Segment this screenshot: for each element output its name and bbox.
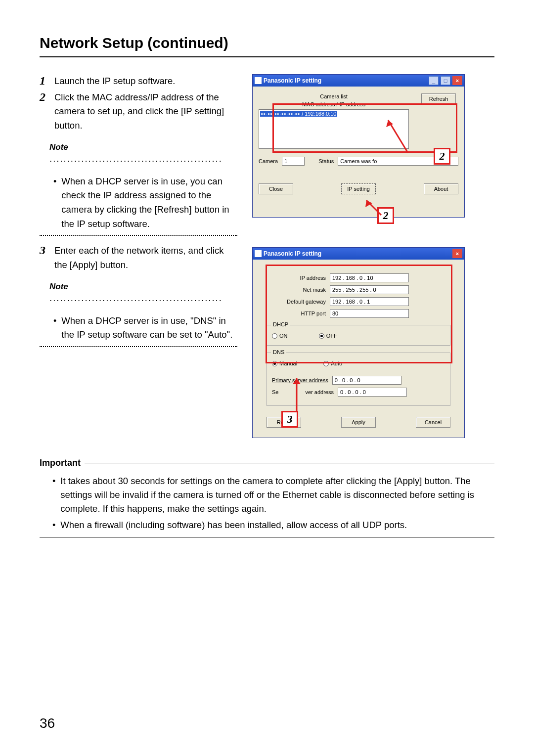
dotted-divider: [40, 235, 237, 236]
secondary-dns-field[interactable]: 0 . 0 . 0 . 0: [338, 388, 407, 397]
dotted-divider: [40, 346, 237, 347]
note-label-2: Note: [49, 282, 68, 291]
dots: ········································…: [49, 293, 222, 308]
camera-listbox[interactable]: ▪▪·▪▪·▪▪·▪▪·▪▪·▪▪ / 192:168:0:10: [259, 109, 409, 149]
step-1-num: 1: [40, 74, 50, 89]
step-2-text: Click the MAC address/IP address of the …: [54, 90, 237, 133]
bullet-icon: [52, 518, 55, 532]
close-button[interactable]: ×: [452, 76, 462, 85]
http-port-field[interactable]: 80: [330, 309, 409, 318]
app-icon: [255, 77, 262, 84]
cancel-button[interactable]: Cancel: [416, 417, 450, 428]
net-mask-field[interactable]: 255 . 255 . 255 . 0: [330, 285, 409, 294]
dns-group: DNS Manual Auto Primary server address 0…: [267, 353, 450, 406]
close-button[interactable]: ×: [452, 249, 462, 258]
apply-button[interactable]: Apply: [341, 417, 376, 428]
primary-dns-label: Primary server address: [272, 377, 328, 383]
bullet-icon: [53, 314, 56, 342]
bullet-icon: [53, 175, 56, 231]
note-1-text: When a DHCP server is in use, you can ch…: [61, 175, 237, 231]
important-2-text: When a firewall (including software) has…: [60, 518, 407, 532]
minimize-button[interactable]: _: [429, 76, 439, 85]
important-label: Important: [40, 458, 81, 468]
dns-auto-radio[interactable]: Auto: [323, 360, 342, 367]
window-ip-setting: Panasonic IP setting × IP address 192 . …: [252, 247, 465, 438]
net-mask-label: Net mask: [267, 287, 326, 293]
about-button[interactable]: About: [424, 183, 458, 194]
callout-3: 3: [281, 411, 298, 428]
callout-2b: 2: [377, 207, 394, 224]
mac-ip-label: MAC address / IP address: [259, 101, 409, 107]
dots: ········································…: [49, 154, 222, 168]
step-2-num: 2: [40, 90, 50, 133]
http-port-label: HTTP port: [267, 311, 326, 316]
dhcp-group: DHCP ON OFF: [267, 325, 450, 346]
title-rule: [40, 56, 494, 57]
step-3-text: Enter each of the network items, and cli…: [54, 244, 237, 272]
list-item[interactable]: ▪▪·▪▪·▪▪·▪▪·▪▪·▪▪ / 192:168:0:10: [260, 111, 337, 117]
dhcp-off-radio[interactable]: OFF: [319, 332, 337, 339]
secondary-dns-label-pre: Se: [272, 389, 278, 395]
camera-field: 1: [282, 157, 305, 166]
screenshots-column: Panasonic IP setting _ □ × Camera list M…: [252, 74, 465, 438]
window-camera-list: Panasonic IP setting _ □ × Camera list M…: [252, 74, 465, 218]
titlebar: Panasonic IP setting ×: [253, 248, 464, 260]
callout-2a: 2: [434, 148, 450, 165]
divider: [85, 463, 494, 463]
ip-address-label: IP address: [267, 275, 326, 281]
refresh-button[interactable]: Refresh: [421, 93, 456, 104]
note-label-1: Note: [49, 142, 68, 152]
page-title: Network Setup (continued): [40, 35, 494, 51]
ip-address-field[interactable]: 192 . 168 . 0 . 10: [330, 273, 409, 282]
step-3-num: 3: [40, 244, 50, 272]
dns-manual-radio[interactable]: Manual: [272, 360, 297, 367]
step-1-text: Launch the IP setup software.: [54, 74, 237, 89]
window-title: Panasonic IP setting: [264, 250, 321, 257]
bullet-icon: [52, 474, 55, 515]
app-icon: [255, 250, 262, 257]
gateway-label: Default gateway: [267, 299, 326, 305]
dhcp-group-label: DHCP: [271, 321, 290, 327]
dhcp-on-radio[interactable]: ON: [272, 332, 288, 339]
note-2-text: When a DHCP server is in use, "DNS" in t…: [61, 314, 237, 342]
important-section: Important It takes about 30 seconds for …: [40, 458, 494, 537]
window-title: Panasonic IP setting: [264, 77, 321, 84]
dns-group-label: DNS: [271, 349, 286, 355]
page-number: 36: [40, 715, 55, 731]
primary-dns-field[interactable]: 0 . 0 . 0 . 0: [332, 376, 401, 385]
status-label: Status: [318, 158, 334, 164]
camera-list-label: Camera list: [259, 93, 409, 99]
instructions-column: 1 Launch the IP setup software. 2 Click …: [40, 74, 237, 438]
close-button-2[interactable]: Close: [259, 183, 293, 194]
maximize-button[interactable]: □: [441, 76, 450, 85]
titlebar: Panasonic IP setting _ □ ×: [253, 75, 464, 87]
divider: [40, 537, 494, 537]
important-1-text: It takes about 30 seconds for settings o…: [60, 474, 494, 515]
ip-setting-button[interactable]: IP setting: [341, 183, 376, 194]
camera-label: Camera: [259, 158, 278, 164]
secondary-dns-label: ver address: [305, 389, 333, 395]
gateway-field[interactable]: 192 . 168 . 0 . 1: [330, 297, 409, 306]
